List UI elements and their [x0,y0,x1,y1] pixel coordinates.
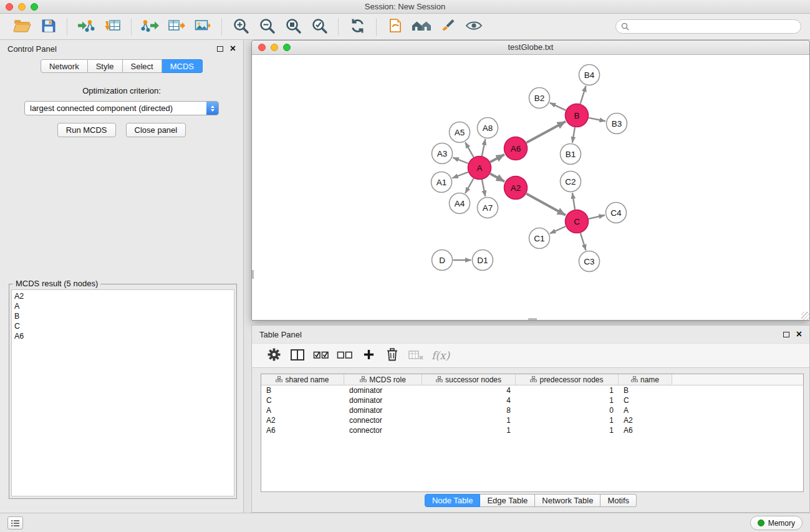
network-node-C1[interactable]: C1 [529,228,550,249]
network-edge-A-A8[interactable] [482,139,485,156]
network-edge-A-A6[interactable] [490,155,504,162]
table-cell[interactable]: B [619,385,672,395]
mcds-result-list[interactable]: A2ABCA6 [11,289,234,496]
tab-style[interactable]: Style [88,59,123,73]
mcds-result-item[interactable]: B [14,311,234,321]
table-cell[interactable]: 1 [422,425,516,435]
network-edge-B-B1[interactable] [572,127,575,142]
network-edge-A-A3[interactable] [453,158,468,163]
save-button[interactable] [36,16,60,37]
table-cell[interactable]: 0 [516,405,619,415]
column-header-MCDS-role[interactable]: MCDS role [344,374,422,385]
network-node-B[interactable]: B [566,104,589,127]
network-node-C4[interactable]: C4 [606,203,627,223]
close-panel-button[interactable]: Close panel [126,123,186,137]
network-node-A2[interactable]: A2 [504,177,528,200]
network-node-A8[interactable]: A8 [478,118,498,138]
table-cell[interactable]: 1 [516,385,619,395]
table-row[interactable]: A6connector11A6 [261,425,803,435]
columns-button[interactable] [287,346,308,365]
dropdown-stepper-icon[interactable] [206,102,218,115]
minimize-window-button[interactable] [18,3,26,11]
close-table-panel-icon[interactable]: × [796,330,802,339]
table-cell[interactable]: C [619,395,672,405]
export-network-button[interactable] [138,16,162,37]
network-edge-A6-B[interactable] [526,122,566,143]
table-cell[interactable]: A [261,405,344,415]
table-cell[interactable]: 4 [422,385,516,395]
resize-grip[interactable] [801,312,809,320]
trash-button[interactable] [382,346,403,365]
zoom-out-button[interactable] [255,16,279,37]
close-window-button[interactable] [6,3,13,11]
table-cell[interactable]: A [619,405,672,415]
network-node-C2[interactable]: C2 [561,172,581,192]
network-node-A7[interactable]: A7 [478,198,498,218]
network-edge-A-A5[interactable] [465,142,473,157]
mcds-result-item[interactable]: A [14,301,234,311]
add-button[interactable] [358,346,379,365]
network-edge-A-A7[interactable] [482,180,485,196]
gear-button[interactable] [263,346,284,365]
network-node-B2[interactable]: B2 [529,88,550,109]
network-window-titlebar[interactable]: testGlobe.txt [252,41,809,55]
table-cell[interactable]: 1 [516,415,619,425]
network-node-A6[interactable]: A6 [504,137,528,160]
table-cell[interactable]: 8 [422,405,516,415]
network-node-A4[interactable]: A4 [450,193,470,214]
table-cell[interactable]: A2 [619,415,672,425]
table-cell[interactable]: connector [344,425,422,435]
network-close-button[interactable] [258,44,266,51]
network-edge-B-B3[interactable] [589,118,605,121]
table-cell[interactable]: A6 [261,425,344,435]
table-cell[interactable]: dominator [344,385,422,395]
network-edge-A-A2[interactable] [490,173,504,181]
node-table[interactable]: shared nameMCDS rolesuccessor nodesprede… [261,374,804,492]
search-input[interactable] [632,22,796,31]
mcds-result-item[interactable]: A6 [14,331,234,341]
horizontal-scrollbar[interactable] [528,318,537,320]
tab-motifs[interactable]: Motifs [600,494,637,507]
tab-network[interactable]: Network [41,59,88,73]
table-cell[interactable]: 1 [516,425,619,435]
column-header-shared-name[interactable]: shared name [261,374,344,385]
column-header-successor-nodes[interactable]: successor nodes [422,374,516,385]
table-cell[interactable]: A6 [619,425,672,435]
close-panel-icon[interactable]: × [230,44,236,53]
mcds-result-item[interactable]: C [14,321,234,331]
export-image-button[interactable] [191,16,215,37]
network-node-A[interactable]: A [468,157,491,180]
table-row[interactable]: A2connector11A2 [261,415,803,425]
network-window[interactable]: testGlobe.txt B4B2BB3A5A8A6A3B1AA1C2A2A4… [251,40,810,321]
tab-network-table[interactable]: Network Table [535,494,600,507]
network-edge-C-C2[interactable] [572,193,575,209]
copy-document-button[interactable] [383,16,407,37]
mcds-result-item[interactable]: A2 [14,291,234,301]
network-node-D1[interactable]: D1 [473,250,493,271]
table-cell[interactable]: C [261,395,344,405]
table-row[interactable]: Adominator80A [261,405,803,415]
network-node-B1[interactable]: B1 [561,144,581,165]
table-cell[interactable]: dominator [344,405,422,415]
task-history-button[interactable] [7,516,23,530]
network-graph[interactable]: B4B2BB3A5A8A6A3B1AA1C2A2A4A7C4CC1C3DD1 [252,55,809,320]
network-node-A3[interactable]: A3 [432,143,453,164]
search-box[interactable] [615,19,801,34]
select-all-button[interactable] [311,346,332,365]
column-header-predecessor-nodes[interactable]: predecessor nodes [516,374,619,385]
column-header-name[interactable]: name [619,374,672,385]
float-table-panel-icon[interactable] [783,332,789,337]
network-node-C3[interactable]: C3 [579,251,600,272]
memory-button[interactable]: Memory [750,516,803,530]
import-network-button[interactable] [74,16,98,37]
network-node-B4[interactable]: B4 [579,65,600,85]
zoom-in-button[interactable] [229,16,253,37]
network-node-B3[interactable]: B3 [607,114,627,134]
zoom-selected-button[interactable] [307,16,331,37]
window-titlebar[interactable]: Session: New Session [0,0,810,14]
network-minimize-button[interactable] [271,44,278,51]
run-mcds-button[interactable]: Run MCDS [57,123,116,137]
optimization-criterion-dropdown[interactable]: largest connected component (directed) [24,101,219,115]
vertical-scrollbar[interactable] [252,270,254,279]
float-panel-icon[interactable] [217,46,223,52]
